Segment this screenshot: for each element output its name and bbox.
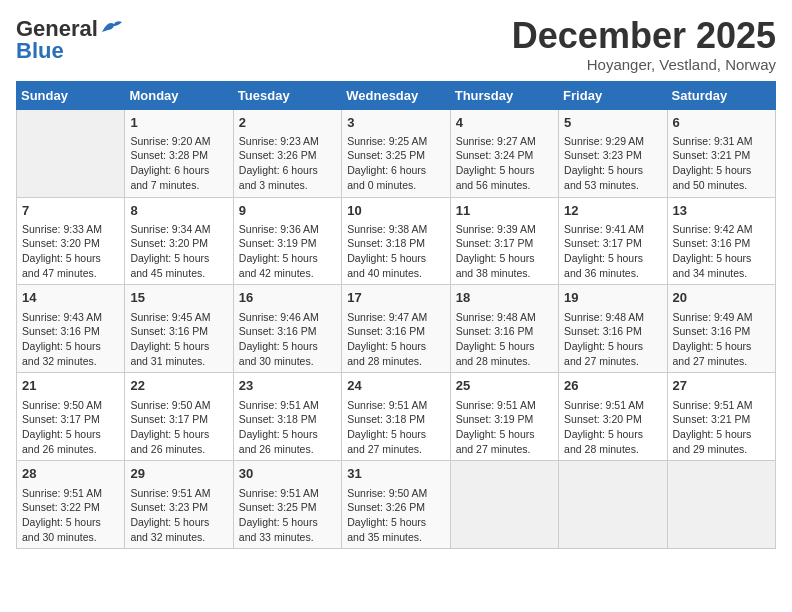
- calendar-week-1: 1Sunrise: 9:20 AM Sunset: 3:28 PM Daylig…: [17, 109, 776, 197]
- calendar-cell: [667, 461, 775, 549]
- day-info: Sunrise: 9:20 AM Sunset: 3:28 PM Dayligh…: [130, 134, 227, 193]
- day-info: Sunrise: 9:50 AM Sunset: 3:17 PM Dayligh…: [22, 398, 119, 457]
- day-number: 22: [130, 377, 227, 395]
- day-number: 27: [673, 377, 770, 395]
- day-number: 13: [673, 202, 770, 220]
- calendar-cell: 3Sunrise: 9:25 AM Sunset: 3:25 PM Daylig…: [342, 109, 450, 197]
- logo-bird-icon: [100, 18, 122, 36]
- col-monday: Monday: [125, 81, 233, 109]
- day-number: 28: [22, 465, 119, 483]
- calendar-cell: 23Sunrise: 9:51 AM Sunset: 3:18 PM Dayli…: [233, 373, 341, 461]
- day-number: 10: [347, 202, 444, 220]
- calendar-cell: 22Sunrise: 9:50 AM Sunset: 3:17 PM Dayli…: [125, 373, 233, 461]
- day-number: 14: [22, 289, 119, 307]
- day-number: 20: [673, 289, 770, 307]
- calendar-cell: 8Sunrise: 9:34 AM Sunset: 3:20 PM Daylig…: [125, 197, 233, 285]
- day-number: 12: [564, 202, 661, 220]
- page-header: General Blue December 2025 Hoyanger, Ves…: [16, 16, 776, 73]
- calendar-cell: 10Sunrise: 9:38 AM Sunset: 3:18 PM Dayli…: [342, 197, 450, 285]
- col-friday: Friday: [559, 81, 667, 109]
- calendar-week-4: 21Sunrise: 9:50 AM Sunset: 3:17 PM Dayli…: [17, 373, 776, 461]
- col-saturday: Saturday: [667, 81, 775, 109]
- calendar-cell: 28Sunrise: 9:51 AM Sunset: 3:22 PM Dayli…: [17, 461, 125, 549]
- col-thursday: Thursday: [450, 81, 558, 109]
- day-info: Sunrise: 9:27 AM Sunset: 3:24 PM Dayligh…: [456, 134, 553, 193]
- calendar-cell: 25Sunrise: 9:51 AM Sunset: 3:19 PM Dayli…: [450, 373, 558, 461]
- day-info: Sunrise: 9:39 AM Sunset: 3:17 PM Dayligh…: [456, 222, 553, 281]
- calendar-cell: 9Sunrise: 9:36 AM Sunset: 3:19 PM Daylig…: [233, 197, 341, 285]
- calendar-cell: 1Sunrise: 9:20 AM Sunset: 3:28 PM Daylig…: [125, 109, 233, 197]
- logo-blue: Blue: [16, 38, 64, 64]
- calendar-cell: [450, 461, 558, 549]
- title-area: December 2025 Hoyanger, Vestland, Norway: [512, 16, 776, 73]
- day-info: Sunrise: 9:46 AM Sunset: 3:16 PM Dayligh…: [239, 310, 336, 369]
- calendar-cell: 27Sunrise: 9:51 AM Sunset: 3:21 PM Dayli…: [667, 373, 775, 461]
- day-info: Sunrise: 9:49 AM Sunset: 3:16 PM Dayligh…: [673, 310, 770, 369]
- day-number: 17: [347, 289, 444, 307]
- col-sunday: Sunday: [17, 81, 125, 109]
- calendar-cell: 18Sunrise: 9:48 AM Sunset: 3:16 PM Dayli…: [450, 285, 558, 373]
- day-number: 21: [22, 377, 119, 395]
- day-number: 29: [130, 465, 227, 483]
- calendar-cell: 19Sunrise: 9:48 AM Sunset: 3:16 PM Dayli…: [559, 285, 667, 373]
- day-info: Sunrise: 9:41 AM Sunset: 3:17 PM Dayligh…: [564, 222, 661, 281]
- calendar-week-2: 7Sunrise: 9:33 AM Sunset: 3:20 PM Daylig…: [17, 197, 776, 285]
- day-info: Sunrise: 9:48 AM Sunset: 3:16 PM Dayligh…: [564, 310, 661, 369]
- calendar-cell: 26Sunrise: 9:51 AM Sunset: 3:20 PM Dayli…: [559, 373, 667, 461]
- col-wednesday: Wednesday: [342, 81, 450, 109]
- calendar-cell: 15Sunrise: 9:45 AM Sunset: 3:16 PM Dayli…: [125, 285, 233, 373]
- logo: General Blue: [16, 16, 122, 64]
- header-row: Sunday Monday Tuesday Wednesday Thursday…: [17, 81, 776, 109]
- day-number: 16: [239, 289, 336, 307]
- calendar-week-5: 28Sunrise: 9:51 AM Sunset: 3:22 PM Dayli…: [17, 461, 776, 549]
- day-info: Sunrise: 9:43 AM Sunset: 3:16 PM Dayligh…: [22, 310, 119, 369]
- day-number: 3: [347, 114, 444, 132]
- day-info: Sunrise: 9:51 AM Sunset: 3:25 PM Dayligh…: [239, 486, 336, 545]
- day-info: Sunrise: 9:51 AM Sunset: 3:22 PM Dayligh…: [22, 486, 119, 545]
- day-info: Sunrise: 9:34 AM Sunset: 3:20 PM Dayligh…: [130, 222, 227, 281]
- day-info: Sunrise: 9:50 AM Sunset: 3:17 PM Dayligh…: [130, 398, 227, 457]
- day-number: 7: [22, 202, 119, 220]
- calendar-cell: 4Sunrise: 9:27 AM Sunset: 3:24 PM Daylig…: [450, 109, 558, 197]
- location-subtitle: Hoyanger, Vestland, Norway: [512, 56, 776, 73]
- day-number: 5: [564, 114, 661, 132]
- day-number: 19: [564, 289, 661, 307]
- day-number: 11: [456, 202, 553, 220]
- calendar-cell: [17, 109, 125, 197]
- day-number: 1: [130, 114, 227, 132]
- calendar-week-3: 14Sunrise: 9:43 AM Sunset: 3:16 PM Dayli…: [17, 285, 776, 373]
- day-number: 8: [130, 202, 227, 220]
- calendar-cell: 16Sunrise: 9:46 AM Sunset: 3:16 PM Dayli…: [233, 285, 341, 373]
- day-info: Sunrise: 9:31 AM Sunset: 3:21 PM Dayligh…: [673, 134, 770, 193]
- day-info: Sunrise: 9:33 AM Sunset: 3:20 PM Dayligh…: [22, 222, 119, 281]
- col-tuesday: Tuesday: [233, 81, 341, 109]
- day-info: Sunrise: 9:51 AM Sunset: 3:18 PM Dayligh…: [347, 398, 444, 457]
- day-number: 2: [239, 114, 336, 132]
- day-info: Sunrise: 9:48 AM Sunset: 3:16 PM Dayligh…: [456, 310, 553, 369]
- day-number: 9: [239, 202, 336, 220]
- calendar-cell: 24Sunrise: 9:51 AM Sunset: 3:18 PM Dayli…: [342, 373, 450, 461]
- calendar-cell: [559, 461, 667, 549]
- day-info: Sunrise: 9:42 AM Sunset: 3:16 PM Dayligh…: [673, 222, 770, 281]
- day-info: Sunrise: 9:45 AM Sunset: 3:16 PM Dayligh…: [130, 310, 227, 369]
- calendar-cell: 17Sunrise: 9:47 AM Sunset: 3:16 PM Dayli…: [342, 285, 450, 373]
- calendar-cell: 30Sunrise: 9:51 AM Sunset: 3:25 PM Dayli…: [233, 461, 341, 549]
- day-info: Sunrise: 9:36 AM Sunset: 3:19 PM Dayligh…: [239, 222, 336, 281]
- calendar-cell: 11Sunrise: 9:39 AM Sunset: 3:17 PM Dayli…: [450, 197, 558, 285]
- calendar-cell: 21Sunrise: 9:50 AM Sunset: 3:17 PM Dayli…: [17, 373, 125, 461]
- day-info: Sunrise: 9:51 AM Sunset: 3:21 PM Dayligh…: [673, 398, 770, 457]
- day-number: 31: [347, 465, 444, 483]
- day-info: Sunrise: 9:38 AM Sunset: 3:18 PM Dayligh…: [347, 222, 444, 281]
- day-info: Sunrise: 9:47 AM Sunset: 3:16 PM Dayligh…: [347, 310, 444, 369]
- day-info: Sunrise: 9:25 AM Sunset: 3:25 PM Dayligh…: [347, 134, 444, 193]
- day-number: 26: [564, 377, 661, 395]
- day-info: Sunrise: 9:51 AM Sunset: 3:20 PM Dayligh…: [564, 398, 661, 457]
- day-number: 23: [239, 377, 336, 395]
- calendar-cell: 29Sunrise: 9:51 AM Sunset: 3:23 PM Dayli…: [125, 461, 233, 549]
- calendar-cell: 5Sunrise: 9:29 AM Sunset: 3:23 PM Daylig…: [559, 109, 667, 197]
- day-number: 15: [130, 289, 227, 307]
- day-number: 18: [456, 289, 553, 307]
- calendar-cell: 7Sunrise: 9:33 AM Sunset: 3:20 PM Daylig…: [17, 197, 125, 285]
- calendar-cell: 13Sunrise: 9:42 AM Sunset: 3:16 PM Dayli…: [667, 197, 775, 285]
- day-info: Sunrise: 9:51 AM Sunset: 3:19 PM Dayligh…: [456, 398, 553, 457]
